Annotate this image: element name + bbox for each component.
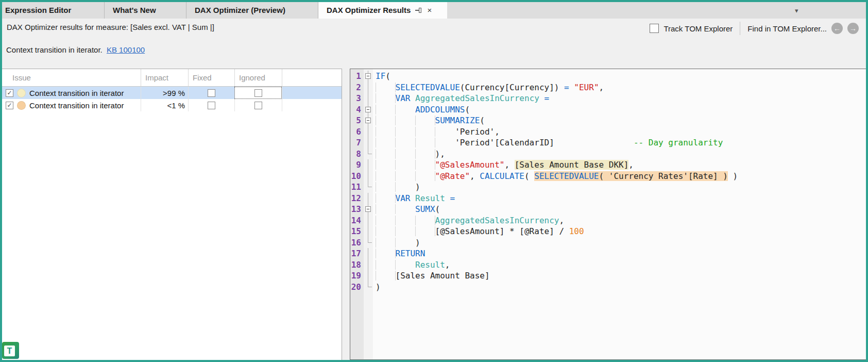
navigate-forward-button[interactable]: → [847, 23, 859, 34]
toolbar-separator [740, 22, 740, 35]
code-line: 20) [350, 282, 866, 293]
code-text: SUMMARIZE( [373, 115, 485, 126]
results-title: DAX Optimizer results for measure: [Sale… [7, 23, 214, 31]
filler-cell [282, 87, 342, 99]
severity-indicator-icon [17, 101, 26, 110]
line-number: 11 [350, 182, 364, 193]
tab-strip: Expression Editor What's New DAX Optimiz… [2, 2, 866, 19]
fold-guide [364, 215, 373, 226]
code-line: 7 'Period'[CalendarID] -- Day granularit… [350, 137, 866, 149]
line-number: 19 [350, 270, 364, 282]
code-text: 'Period'[CalendarID] -- Day granularity [373, 137, 723, 149]
line-number: 3 [350, 93, 364, 104]
line-number: 16 [350, 237, 364, 249]
pin-icon[interactable] [415, 7, 422, 14]
fold-guide [364, 193, 373, 204]
code-text: 'Period', [373, 126, 500, 138]
line-number: 13 [350, 204, 364, 215]
issue-text: Context transition in iterator [29, 89, 124, 97]
issue-text: Context transition in iterator [29, 101, 124, 110]
fold-guide [364, 126, 373, 138]
code-text: ADDCOLUMNS( [373, 104, 470, 116]
kb-article-link[interactable]: KB 100100 [107, 45, 145, 54]
tab-whats-new[interactable]: What's New [105, 2, 186, 19]
tab-expression-editor[interactable]: Expression Editor [2, 2, 105, 19]
code-text: VAR AggregatedSalesInCurrency = [373, 93, 549, 104]
fold-guide [364, 137, 373, 149]
code-line: 16 ) [350, 237, 866, 249]
fold-guide [364, 259, 373, 271]
fixed-checkbox[interactable] [208, 102, 215, 109]
line-number: 12 [350, 193, 364, 204]
code-line: 9 "@SalesAmount", [Sales Amount Base DKK… [350, 159, 866, 171]
impact-cell: >99 % [141, 87, 188, 99]
fold-guide [364, 226, 373, 237]
code-line: 1IF( [350, 71, 866, 82]
code-text: ) [373, 182, 420, 193]
code-text: AggregatedSalesInCurrency, [373, 215, 564, 226]
navigate-back-button[interactable]: ← [831, 23, 843, 34]
track-tom-explorer-label: Track TOM Explorer [663, 24, 733, 33]
fixed-checkbox[interactable] [208, 89, 215, 97]
ignored-checkbox[interactable] [254, 89, 262, 97]
line-number: 15 [350, 226, 364, 237]
line-number: 2 [350, 82, 364, 93]
code-lines: 1IF(2 SELECTEDVALUE(Currency[Currency]) … [350, 71, 866, 292]
column-header-impact[interactable]: Impact [141, 69, 188, 86]
issue-summary-text: Context transition in iterator. [6, 45, 103, 54]
column-header-fixed[interactable]: Fixed [188, 69, 234, 86]
issue-cell: ✓Context transition in iterator [2, 87, 141, 99]
code-text: "@SalesAmount", [Sales Amount Base DKK], [373, 159, 634, 171]
line-number: 10 [350, 171, 364, 182]
tab-dax-optimizer-results[interactable]: DAX Optimizer Results × [318, 2, 447, 19]
tab-overflow-dropdown-icon[interactable]: ▾ [795, 7, 798, 14]
issue-row[interactable]: ✓Context transition in iterator<1 % [2, 99, 342, 111]
code-line: 19 [Sales Amount Base] [350, 270, 866, 282]
code-line: 3 VAR AggregatedSalesInCurrency = [350, 93, 866, 104]
code-line: 8 ), [350, 149, 866, 160]
track-tom-explorer-checkbox[interactable] [650, 24, 659, 33]
fold-guide [364, 149, 373, 160]
line-number: 6 [350, 126, 364, 138]
code-line: 6 'Period', [350, 126, 866, 138]
tabular-editor-logo: T [2, 342, 19, 359]
code-text: ) [373, 237, 420, 249]
fold-guide [364, 171, 373, 182]
fold-guide [364, 182, 373, 193]
fold-guide [364, 93, 373, 104]
issue-row[interactable]: ✓Context transition in iterator>99 % [2, 87, 342, 99]
issue-table-body: ✓Context transition in iterator>99 %✓Con… [2, 87, 342, 111]
code-line: 17 RETURN [350, 248, 866, 259]
code-text: IF( [373, 71, 390, 82]
fold-collapse-icon[interactable] [364, 71, 373, 82]
fold-guide [364, 82, 373, 93]
code-line: 10 "@Rate", CALCULATE( SELECTEDVALUE( 'C… [350, 171, 866, 182]
dax-code-editor[interactable]: 1IF(2 SELECTEDVALUE(Currency[Currency]) … [350, 69, 867, 360]
code-text: "@Rate", CALCULATE( SELECTEDVALUE( 'Curr… [373, 171, 738, 182]
fold-guide [364, 248, 373, 259]
code-text: Result, [373, 259, 450, 271]
issue-enabled-checkbox[interactable]: ✓ [6, 102, 13, 109]
column-header-ignored[interactable]: Ignored [234, 69, 282, 86]
fold-collapse-icon[interactable] [364, 204, 373, 215]
issue-enabled-checkbox[interactable]: ✓ [6, 89, 13, 97]
fold-collapse-icon[interactable] [364, 104, 373, 116]
code-text: VAR Result = [373, 193, 455, 204]
issue-table: Issue Impact Fixed Ignored ✓Context tran… [2, 69, 342, 360]
fold-guide [364, 237, 373, 249]
code-line: 15 [@SalesAmount] * [@Rate] / 100 [350, 226, 866, 237]
line-number: 1 [350, 71, 364, 82]
close-icon[interactable]: × [427, 7, 432, 14]
column-header-issue[interactable]: Issue [2, 69, 141, 86]
code-text: ) [373, 282, 381, 293]
tab-dax-optimizer-preview[interactable]: DAX Optimizer (Preview) [186, 2, 318, 19]
code-line: 4 ADDCOLUMNS( [350, 104, 866, 116]
code-line: 5 SUMMARIZE( [350, 115, 866, 126]
code-line: 14 AggregatedSalesInCurrency, [350, 215, 866, 226]
find-in-tom-explorer-button[interactable]: Find in TOM Explorer... [747, 24, 827, 33]
fold-collapse-icon[interactable] [364, 115, 373, 126]
ignored-checkbox[interactable] [254, 102, 262, 109]
line-number: 14 [350, 215, 364, 226]
column-header-filler [282, 69, 342, 86]
fixed-cell [188, 99, 234, 111]
